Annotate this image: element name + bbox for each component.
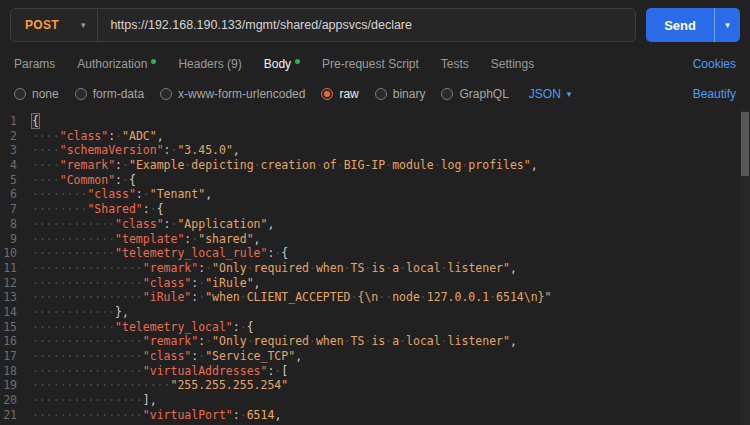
- json-key: "telemetry_local_rule": [115, 246, 267, 260]
- code-line[interactable]: 19····················"255.255.255.254": [0, 378, 750, 393]
- tab-pre-request-script[interactable]: Pre-request Script: [322, 57, 419, 71]
- line-number: 4: [0, 158, 32, 173]
- json-punctuation: :·{: [143, 202, 164, 216]
- json-punctuation: :·: [136, 187, 150, 201]
- body-type-none[interactable]: none: [14, 87, 59, 101]
- radio-icon: [75, 88, 87, 100]
- json-string: "Service_TCP": [205, 349, 295, 363]
- json-key: "remark": [143, 334, 198, 348]
- json-punctuation: :·{: [233, 320, 254, 334]
- green-dot-indicator: [295, 59, 300, 64]
- beautify-link[interactable]: Beautify: [693, 87, 736, 101]
- chevron-down-icon: ▾: [725, 21, 730, 30]
- code-line[interactable]: 6········"class":·"Tenant",: [0, 187, 750, 202]
- line-content: ················"remark":·"Only·required…: [32, 334, 517, 349]
- tab-body[interactable]: Body: [264, 57, 300, 71]
- code-line[interactable]: 20················],: [0, 393, 750, 408]
- cookies-link[interactable]: Cookies: [693, 57, 736, 71]
- code-line[interactable]: 9············"template":·"shared",: [0, 232, 750, 247]
- request-tabs: Params Authorization Headers (9) Body Pr…: [0, 50, 750, 78]
- language-select[interactable]: JSON ▾: [529, 87, 572, 101]
- method-select[interactable]: POST ▾: [11, 9, 98, 41]
- editor-scrollbar[interactable]: [740, 110, 750, 425]
- json-string: "ADC": [122, 129, 157, 143]
- scrollbar-thumb[interactable]: [741, 112, 749, 176]
- json-punctuation: :·: [164, 143, 178, 157]
- line-content: ················"class":·"Service_TCP",: [32, 349, 302, 364]
- line-number: 18: [0, 364, 32, 379]
- json-key: "Shared": [87, 202, 142, 216]
- code-line[interactable]: 11················"remark":·"Only·requir…: [0, 261, 750, 276]
- code-line[interactable]: 1{: [0, 114, 750, 129]
- json-key: "class": [60, 129, 108, 143]
- tab-tests[interactable]: Tests: [441, 57, 469, 71]
- json-string: "when·CLIENT_ACCEPTED·{\n··node·127.0.0.…: [205, 290, 551, 304]
- line-number: 12: [0, 276, 32, 291]
- line-content: ········"class":·"Tenant",: [32, 187, 212, 202]
- json-punctuation: ,: [157, 129, 164, 143]
- body-type-urlencoded[interactable]: x-www-form-urlencoded: [160, 87, 305, 101]
- line-number: 11: [0, 261, 32, 276]
- json-key: "iRule": [143, 290, 191, 304]
- code-line[interactable]: 2····"class":·"ADC",: [0, 129, 750, 144]
- radio-label: raw: [339, 87, 358, 101]
- line-content: ············"telemetry_local":·{: [32, 320, 254, 335]
- url-input[interactable]: https://192.168.190.133/mgmt/shared/apps…: [98, 18, 424, 32]
- json-string: "Only·required·when·TS·is·a·local·listen…: [212, 261, 510, 275]
- tab-label: Tests: [441, 57, 469, 71]
- json-punctuation: ,: [233, 143, 240, 157]
- code-line[interactable]: 13················"iRule":·"when·CLIENT_…: [0, 290, 750, 305]
- line-number: 10: [0, 246, 32, 261]
- tab-settings[interactable]: Settings: [491, 57, 534, 71]
- line-content: ····"class":·"ADC",: [32, 129, 164, 144]
- tab-authorization[interactable]: Authorization: [77, 57, 156, 71]
- json-punctuation: ,: [254, 232, 261, 246]
- code-line[interactable]: 8············"class":·"Application",: [0, 217, 750, 232]
- body-type-binary[interactable]: binary: [375, 87, 426, 101]
- code-line[interactable]: 16················"remark":·"Only·requir…: [0, 334, 750, 349]
- code-line[interactable]: 12················"class":·"iRule",: [0, 276, 750, 291]
- code-line[interactable]: 17················"class":·"Service_TCP"…: [0, 349, 750, 364]
- body-type-bar: none form-data x-www-form-urlencoded raw…: [0, 78, 750, 110]
- line-number: 8: [0, 217, 32, 232]
- body-type-raw[interactable]: raw: [321, 87, 358, 101]
- code-line[interactable]: 18················"virtualAddresses":·[: [0, 364, 750, 379]
- code-line[interactable]: 7········"Shared":·{: [0, 202, 750, 217]
- json-string: "Tenant": [150, 187, 205, 201]
- code-line[interactable]: 14············},: [0, 305, 750, 320]
- json-string: "Only·required·when·TS·is·a·local·listen…: [212, 334, 510, 348]
- json-punctuation: :·: [191, 349, 205, 363]
- code-line[interactable]: 15············"telemetry_local":·{: [0, 320, 750, 335]
- json-punctuation: },: [115, 305, 129, 319]
- body-type-form-data[interactable]: form-data: [75, 87, 144, 101]
- json-string: "iRule": [205, 276, 253, 290]
- line-content: ············"class":·"Application",: [32, 217, 274, 232]
- line-number: 2: [0, 129, 32, 144]
- json-punctuation: ,: [510, 261, 517, 275]
- json-key: "remark": [143, 261, 198, 275]
- tab-headers[interactable]: Headers (9): [178, 57, 241, 71]
- tab-label: Settings: [491, 57, 534, 71]
- line-content: ················"virtualPort":·6514,: [32, 408, 281, 423]
- code-line[interactable]: 5····"Common":·{: [0, 173, 750, 188]
- json-punctuation: ,: [274, 408, 281, 422]
- json-string: "Application": [177, 217, 267, 231]
- chevron-down-icon: ▾: [567, 90, 572, 99]
- code-line[interactable]: 21················"virtualPort":·6514,: [0, 408, 750, 423]
- send-options-button[interactable]: ▾: [714, 8, 740, 42]
- send-button[interactable]: Send: [646, 8, 714, 42]
- code-line[interactable]: 4····"remark":·"Example·depicting·creati…: [0, 158, 750, 173]
- json-punctuation: :·{: [115, 173, 136, 187]
- line-number: 14: [0, 305, 32, 320]
- code-line[interactable]: 10············"telemetry_local_rule":·{: [0, 246, 750, 261]
- line-content: ················"remark":·"Only·required…: [32, 261, 517, 276]
- rest-client-window: POST ▾ https://192.168.190.133/mgmt/shar…: [0, 0, 750, 425]
- tab-params[interactable]: Params: [14, 57, 55, 71]
- code-line[interactable]: 3····"schemaVersion":·"3.45.0",: [0, 143, 750, 158]
- json-number: 6514: [247, 408, 275, 422]
- radio-label: binary: [393, 87, 426, 101]
- code-editor[interactable]: 1{2····"class":·"ADC",3····"schemaVersio…: [0, 110, 750, 425]
- line-content: ········"Shared":·{: [32, 202, 164, 217]
- body-type-graphql[interactable]: GraphQL: [441, 87, 508, 101]
- line-number: 16: [0, 334, 32, 349]
